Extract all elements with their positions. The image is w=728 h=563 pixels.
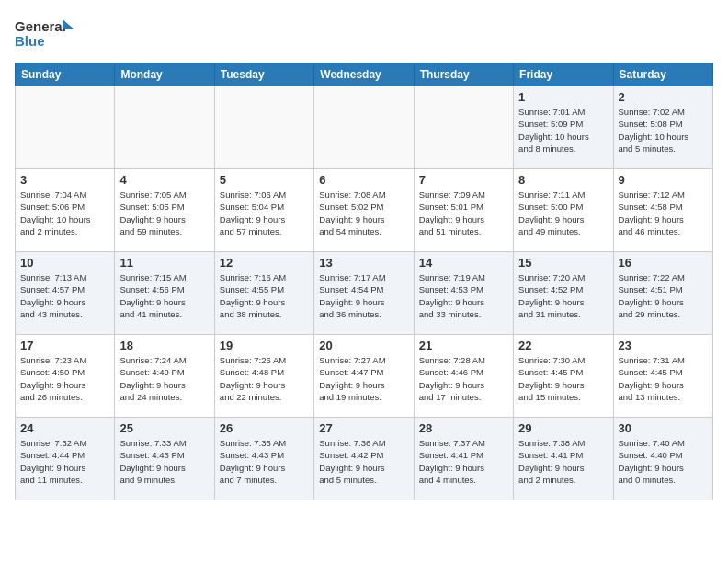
day-info: Sunrise: 7:40 AM Sunset: 4:40 PM Dayligh…: [619, 437, 708, 486]
calendar-cell: 22Sunrise: 7:30 AM Sunset: 4:45 PM Dayli…: [514, 335, 613, 418]
day-number: 12: [220, 256, 309, 270]
day-number: 16: [619, 256, 708, 270]
calendar-cell: 17Sunrise: 7:23 AM Sunset: 4:50 PM Dayli…: [16, 335, 115, 418]
col-header-thursday: Thursday: [414, 63, 513, 86]
calendar-cell: 21Sunrise: 7:28 AM Sunset: 4:46 PM Dayli…: [414, 335, 513, 418]
svg-marker-2: [63, 19, 74, 29]
col-header-sunday: Sunday: [16, 63, 115, 86]
calendar-header-row: SundayMondayTuesdayWednesdayThursdayFrid…: [16, 63, 713, 86]
day-info: Sunrise: 7:31 AM Sunset: 4:45 PM Dayligh…: [619, 354, 708, 403]
calendar-cell: 28Sunrise: 7:37 AM Sunset: 4:41 PM Dayli…: [414, 418, 513, 500]
day-number: 23: [619, 339, 708, 352]
day-number: 10: [20, 256, 109, 270]
calendar-week-4: 24Sunrise: 7:32 AM Sunset: 4:44 PM Dayli…: [16, 418, 713, 500]
day-info: Sunrise: 7:19 AM Sunset: 4:53 PM Dayligh…: [419, 271, 508, 320]
calendar-cell: 1Sunrise: 7:01 AM Sunset: 5:09 PM Daylig…: [514, 86, 613, 169]
col-header-friday: Friday: [514, 63, 613, 86]
calendar-cell: 3Sunrise: 7:04 AM Sunset: 5:06 PM Daylig…: [16, 169, 115, 252]
calendar-cell: 8Sunrise: 7:11 AM Sunset: 5:00 PM Daylig…: [514, 169, 613, 252]
day-info: Sunrise: 7:02 AM Sunset: 5:08 PM Dayligh…: [619, 106, 708, 155]
page-header: GeneralBlue: [15, 15, 713, 52]
day-number: 21: [419, 339, 508, 352]
calendar-cell: 23Sunrise: 7:31 AM Sunset: 4:45 PM Dayli…: [613, 335, 712, 418]
calendar-cell: 26Sunrise: 7:35 AM Sunset: 4:43 PM Dayli…: [214, 418, 313, 500]
day-info: Sunrise: 7:08 AM Sunset: 5:02 PM Dayligh…: [319, 189, 408, 237]
calendar-cell: 13Sunrise: 7:17 AM Sunset: 4:54 PM Dayli…: [314, 252, 414, 335]
calendar-cell: 30Sunrise: 7:40 AM Sunset: 4:40 PM Dayli…: [613, 418, 712, 500]
calendar-cell: [414, 86, 513, 169]
calendar-week-3: 17Sunrise: 7:23 AM Sunset: 4:50 PM Dayli…: [16, 335, 713, 418]
calendar-cell: 10Sunrise: 7:13 AM Sunset: 4:57 PM Dayli…: [16, 252, 115, 335]
day-info: Sunrise: 7:38 AM Sunset: 4:41 PM Dayligh…: [518, 437, 608, 486]
calendar-cell: 15Sunrise: 7:20 AM Sunset: 4:52 PM Dayli…: [514, 252, 613, 335]
calendar-cell: 18Sunrise: 7:24 AM Sunset: 4:49 PM Dayli…: [115, 335, 214, 418]
day-number: 18: [119, 339, 209, 352]
calendar-cell: 25Sunrise: 7:33 AM Sunset: 4:43 PM Dayli…: [115, 418, 214, 500]
day-info: Sunrise: 7:35 AM Sunset: 4:43 PM Dayligh…: [220, 437, 309, 486]
day-number: 11: [119, 256, 209, 270]
logo: GeneralBlue: [15, 15, 79, 52]
day-number: 19: [220, 339, 309, 352]
day-number: 25: [119, 421, 209, 435]
day-info: Sunrise: 7:16 AM Sunset: 4:55 PM Dayligh…: [220, 271, 309, 320]
calendar-cell: 4Sunrise: 7:05 AM Sunset: 5:05 PM Daylig…: [115, 169, 214, 252]
calendar-cell: [115, 86, 214, 169]
day-number: 4: [119, 173, 209, 187]
col-header-wednesday: Wednesday: [314, 63, 414, 86]
calendar-cell: 6Sunrise: 7:08 AM Sunset: 5:02 PM Daylig…: [314, 169, 414, 252]
day-number: 8: [518, 173, 608, 187]
svg-text:General: General: [15, 18, 66, 34]
day-number: 5: [220, 173, 309, 187]
day-number: 20: [319, 339, 408, 352]
calendar-cell: 19Sunrise: 7:26 AM Sunset: 4:48 PM Dayli…: [214, 335, 313, 418]
calendar-cell: 14Sunrise: 7:19 AM Sunset: 4:53 PM Dayli…: [414, 252, 513, 335]
day-info: Sunrise: 7:33 AM Sunset: 4:43 PM Dayligh…: [119, 437, 209, 486]
day-number: 14: [419, 256, 508, 270]
calendar-cell: 11Sunrise: 7:15 AM Sunset: 4:56 PM Dayli…: [115, 252, 214, 335]
day-number: 17: [20, 339, 109, 352]
calendar-cell: 24Sunrise: 7:32 AM Sunset: 4:44 PM Dayli…: [16, 418, 115, 500]
col-header-tuesday: Tuesday: [214, 63, 313, 86]
calendar-week-1: 3Sunrise: 7:04 AM Sunset: 5:06 PM Daylig…: [16, 169, 713, 252]
day-info: Sunrise: 7:27 AM Sunset: 4:47 PM Dayligh…: [319, 354, 408, 403]
day-info: Sunrise: 7:09 AM Sunset: 5:01 PM Dayligh…: [419, 189, 508, 237]
day-number: 24: [20, 421, 109, 435]
day-number: 28: [419, 421, 508, 435]
calendar-cell: 20Sunrise: 7:27 AM Sunset: 4:47 PM Dayli…: [314, 335, 414, 418]
day-info: Sunrise: 7:04 AM Sunset: 5:06 PM Dayligh…: [20, 189, 109, 237]
calendar-cell: 29Sunrise: 7:38 AM Sunset: 4:41 PM Dayli…: [514, 418, 613, 500]
calendar-cell: [314, 86, 414, 169]
day-info: Sunrise: 7:23 AM Sunset: 4:50 PM Dayligh…: [20, 354, 109, 403]
svg-text:Blue: Blue: [15, 33, 45, 49]
day-info: Sunrise: 7:13 AM Sunset: 4:57 PM Dayligh…: [20, 271, 109, 320]
calendar-week-2: 10Sunrise: 7:13 AM Sunset: 4:57 PM Dayli…: [16, 252, 713, 335]
day-info: Sunrise: 7:32 AM Sunset: 4:44 PM Dayligh…: [20, 437, 109, 486]
day-info: Sunrise: 7:15 AM Sunset: 4:56 PM Dayligh…: [119, 271, 209, 320]
day-info: Sunrise: 7:22 AM Sunset: 4:51 PM Dayligh…: [619, 271, 708, 320]
day-info: Sunrise: 7:26 AM Sunset: 4:48 PM Dayligh…: [220, 354, 309, 403]
day-number: 22: [518, 339, 608, 352]
day-number: 6: [319, 173, 408, 187]
day-info: Sunrise: 7:20 AM Sunset: 4:52 PM Dayligh…: [518, 271, 608, 320]
day-info: Sunrise: 7:17 AM Sunset: 4:54 PM Dayligh…: [319, 271, 408, 320]
logo-svg: GeneralBlue: [15, 15, 79, 52]
calendar-cell: 16Sunrise: 7:22 AM Sunset: 4:51 PM Dayli…: [613, 252, 712, 335]
day-number: 3: [20, 173, 109, 187]
calendar-cell: [214, 86, 313, 169]
day-number: 7: [419, 173, 508, 187]
calendar-cell: 7Sunrise: 7:09 AM Sunset: 5:01 PM Daylig…: [414, 169, 513, 252]
day-info: Sunrise: 7:24 AM Sunset: 4:49 PM Dayligh…: [119, 354, 209, 403]
col-header-saturday: Saturday: [613, 63, 712, 86]
calendar-cell: 2Sunrise: 7:02 AM Sunset: 5:08 PM Daylig…: [613, 86, 712, 169]
calendar-week-0: 1Sunrise: 7:01 AM Sunset: 5:09 PM Daylig…: [16, 86, 713, 169]
day-number: 9: [619, 173, 708, 187]
calendar-table: SundayMondayTuesdayWednesdayThursdayFrid…: [15, 63, 713, 500]
day-info: Sunrise: 7:06 AM Sunset: 5:04 PM Dayligh…: [220, 189, 309, 237]
day-info: Sunrise: 7:11 AM Sunset: 5:00 PM Dayligh…: [518, 189, 608, 237]
day-number: 29: [518, 421, 608, 435]
calendar-cell: 27Sunrise: 7:36 AM Sunset: 4:42 PM Dayli…: [314, 418, 414, 500]
day-info: Sunrise: 7:37 AM Sunset: 4:41 PM Dayligh…: [419, 437, 508, 486]
day-number: 2: [619, 90, 708, 104]
col-header-monday: Monday: [115, 63, 214, 86]
calendar-cell: [16, 86, 115, 169]
